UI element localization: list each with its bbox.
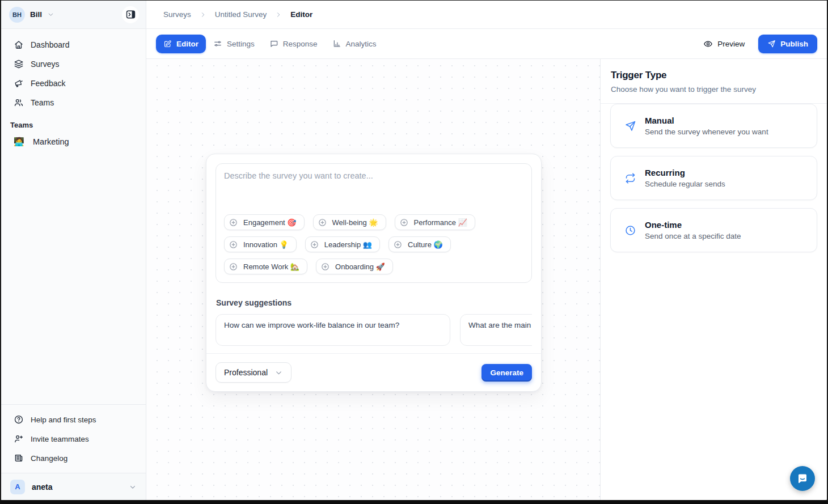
- breadcrumb-surveys[interactable]: Surveys: [163, 10, 191, 19]
- trigger-option-manual[interactable]: Manual Send the survey whenever you want: [610, 104, 817, 148]
- chip-culture[interactable]: Culture 🌍: [388, 236, 451, 252]
- chip-engagement[interactable]: Engagement 🎯: [224, 214, 305, 230]
- tab-settings[interactable]: Settings: [206, 34, 262, 53]
- chip-label: Culture 🌍: [408, 240, 443, 249]
- chevron-right-icon: [200, 11, 206, 18]
- editor-canvas[interactable]: Engagement 🎯 Well-being 🌟 Performance 📈: [146, 59, 600, 500]
- sidebar-item-changelog[interactable]: Changelog: [8, 449, 139, 467]
- publish-label: Publish: [780, 40, 808, 48]
- generator-footer: Professional Generate: [206, 353, 541, 391]
- layers-icon: [14, 59, 24, 69]
- generate-button[interactable]: Generate: [481, 364, 532, 382]
- suggestion-card[interactable]: How can we improve work-life balance in …: [216, 314, 450, 346]
- sidebar-item-surveys[interactable]: Surveys: [8, 55, 139, 73]
- plus-circle-icon: [229, 218, 238, 227]
- users-icon: [14, 98, 24, 108]
- tab-analytics[interactable]: Analytics: [325, 34, 384, 53]
- sidebar-item-teams[interactable]: Teams: [8, 94, 139, 112]
- clock-icon: [624, 225, 636, 236]
- sidebar-item-dashboard[interactable]: Dashboard: [8, 36, 139, 54]
- chip-leadership[interactable]: Leadership 👥: [305, 236, 380, 252]
- plus-circle-icon: [229, 240, 238, 249]
- sidebar-item-label: Changelog: [31, 454, 67, 463]
- publish-button[interactable]: Publish: [758, 35, 817, 53]
- suggestion-card[interactable]: What are the main ob: [460, 314, 532, 346]
- app-window: BH Bill Dashboard: [0, 0, 828, 504]
- team-label: Marketing: [33, 137, 69, 146]
- chip-label: Onboarding 🚀: [335, 262, 385, 271]
- plus-circle-icon: [229, 262, 238, 272]
- tab-response[interactable]: Response: [262, 34, 325, 53]
- sidebar-spacer: [1, 151, 146, 404]
- chip-onboarding[interactable]: Onboarding 🚀: [316, 259, 393, 274]
- sidebar-item-label: Invite teammates: [31, 435, 89, 443]
- pencil-square-icon: [163, 40, 172, 48]
- chat-smile-icon: [796, 472, 809, 485]
- trigger-option-one-time[interactable]: One-time Send once at a specific date: [610, 208, 817, 252]
- tone-select[interactable]: Professional: [216, 362, 292, 383]
- chip-label: Engagement 🎯: [243, 218, 297, 227]
- sidebar-item-help[interactable]: Help and first steps: [8, 410, 139, 429]
- tab-label: Response: [283, 40, 318, 48]
- trigger-option-title: Manual: [645, 116, 768, 125]
- account-menu[interactable]: A aneta: [1, 473, 146, 500]
- chip-label: Remote Work 🏡: [243, 262, 299, 271]
- chip-innovation[interactable]: Innovation 💡: [224, 236, 297, 252]
- tab-label: Editor: [176, 40, 198, 48]
- user-avatar: A: [10, 480, 25, 494]
- sidebar-item-team-marketing[interactable]: 🧑‍💻 Marketing: [8, 133, 139, 151]
- sidebar-item-invite[interactable]: Invite teammates: [8, 430, 139, 448]
- chip-remote-work[interactable]: Remote Work 🏡: [224, 259, 307, 274]
- chip-well-being[interactable]: Well-being 🌟: [313, 214, 386, 230]
- bar-chart-icon: [332, 39, 341, 48]
- sliders-icon: [213, 39, 222, 48]
- survey-generator-card: Engagement 🎯 Well-being 🌟 Performance 📈: [206, 154, 542, 392]
- suggestions-row: How can we improve work-life balance in …: [216, 314, 532, 346]
- panel-title: Trigger Type: [611, 70, 817, 81]
- chevron-down-icon: [129, 483, 137, 491]
- sidebar-nav: Dashboard Surveys Feedback Teams: [1, 29, 146, 112]
- sidebar-item-feedback[interactable]: Feedback: [8, 74, 139, 92]
- preview-label: Preview: [717, 40, 745, 48]
- plus-circle-icon: [310, 240, 319, 249]
- trigger-option-recurring[interactable]: Recurring Schedule regular sends: [610, 156, 817, 200]
- newspaper-icon: [14, 453, 24, 463]
- eye-icon: [703, 39, 713, 49]
- sidebar-collapse-button[interactable]: [122, 6, 139, 23]
- toolbar-actions: Preview Publish: [703, 35, 817, 53]
- breadcrumb-survey-name[interactable]: Untitled Survey: [215, 10, 267, 19]
- sidebar-item-label: Surveys: [31, 60, 60, 69]
- tab-editor[interactable]: Editor: [156, 35, 206, 53]
- trigger-option-description: Send once at a specific date: [645, 232, 741, 240]
- plus-circle-icon: [399, 218, 409, 227]
- team-emoji: 🧑‍💻: [14, 137, 24, 147]
- panel-subtitle: Choose how you want to trigger the surve…: [611, 85, 817, 94]
- chat-launcher-button[interactable]: [790, 466, 815, 491]
- workspace-switcher[interactable]: BH Bill: [1, 1, 146, 29]
- plus-circle-icon: [393, 240, 403, 249]
- chat-bubble-icon: [269, 39, 278, 48]
- tab-label: Analytics: [346, 40, 377, 48]
- sidebar-item-label: Dashboard: [31, 40, 70, 49]
- topic-chips: Engagement 🎯 Well-being 🌟 Performance 📈: [224, 214, 523, 274]
- sidebar-item-label: Teams: [31, 98, 54, 107]
- chevron-down-icon: [274, 369, 283, 377]
- send-icon: [624, 120, 636, 132]
- user-plus-icon: [14, 434, 24, 444]
- trigger-option-description: Send the survey whenever you want: [645, 128, 768, 136]
- sidebar-item-label: Help and first steps: [31, 416, 96, 424]
- trigger-option-text: One-time Send once at a specific date: [645, 220, 741, 240]
- breadcrumb: Surveys Untitled Survey Editor: [146, 1, 827, 29]
- sidebar-item-label: Feedback: [31, 79, 65, 88]
- sidebar: BH Bill Dashboard: [1, 1, 146, 500]
- trigger-option-title: One-time: [645, 220, 741, 230]
- editor-toolbar: Editor Settings Response Analytics: [146, 29, 827, 59]
- breadcrumb-current: Editor: [290, 10, 312, 19]
- chip-performance[interactable]: Performance 📈: [395, 214, 475, 230]
- workspace-avatar: BH: [9, 7, 25, 23]
- survey-prompt-input[interactable]: [224, 171, 523, 209]
- chip-label: Innovation 💡: [243, 240, 289, 249]
- user-name: aneta: [32, 482, 53, 492]
- trigger-option-title: Recurring: [645, 168, 725, 177]
- preview-button[interactable]: Preview: [703, 39, 745, 49]
